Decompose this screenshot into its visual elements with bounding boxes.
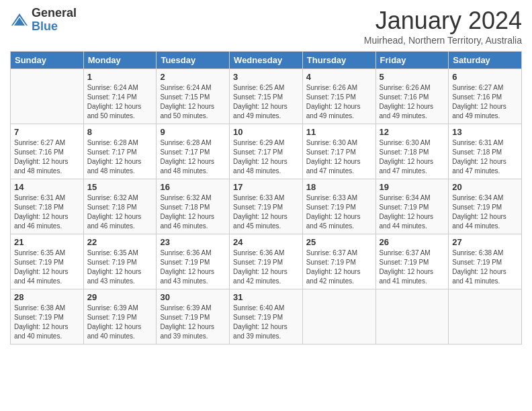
sunset-line: Sunset: 7:17 PM [160,148,226,157]
day-info: Sunrise: 6:27 AMSunset: 7:16 PMDaylight:… [452,83,518,121]
sunrise-line: Sunrise: 6:24 AM [160,83,226,93]
day-number: 7 [14,127,80,137]
calendar-cell: 13Sunrise: 6:31 AMSunset: 7:18 PMDayligh… [449,124,522,179]
day-number: 17 [233,182,299,192]
header-tuesday: Tuesday [157,52,230,69]
sunset-line: Sunset: 7:19 PM [306,203,372,212]
sunrise-line: Sunrise: 6:26 AM [306,83,372,93]
calendar-cell: 1Sunrise: 6:24 AMSunset: 7:14 PMDaylight… [83,69,157,124]
calendar-cell: 8Sunrise: 6:28 AMSunset: 7:17 PMDaylight… [83,124,157,179]
header-monday: Monday [83,52,157,69]
sunset-line: Sunset: 7:18 PM [452,148,518,157]
sunrise-line: Sunrise: 6:33 AM [306,193,372,203]
day-number: 2 [160,72,226,82]
sunset-line: Sunset: 7:15 PM [233,93,299,102]
week-row-4: 21Sunrise: 6:35 AMSunset: 7:19 PMDayligh… [11,234,522,289]
header-sunday: Sunday [11,52,84,69]
sunset-line: Sunset: 7:18 PM [87,203,153,212]
week-row-3: 14Sunrise: 6:31 AMSunset: 7:18 PMDayligh… [11,179,522,234]
sunset-line: Sunset: 7:17 PM [87,148,153,157]
daylight-line: Daylight: 12 hours and 39 minutes. [233,322,299,341]
sunrise-line: Sunrise: 6:35 AM [87,248,153,258]
day-info: Sunrise: 6:33 AMSunset: 7:19 PMDaylight:… [233,193,299,231]
calendar-cell: 6Sunrise: 6:27 AMSunset: 7:16 PMDaylight… [449,69,522,124]
sunrise-line: Sunrise: 6:34 AM [380,193,445,203]
sunset-line: Sunset: 7:19 PM [233,258,299,267]
daylight-line: Daylight: 12 hours and 47 minutes. [380,157,445,176]
daylight-line: Daylight: 12 hours and 43 minutes. [87,267,153,286]
logo-icon [10,11,29,30]
day-number: 21 [14,237,80,247]
daylight-line: Daylight: 12 hours and 41 minutes. [380,267,445,286]
header-friday: Friday [375,52,449,69]
day-number: 26 [380,237,445,247]
day-info: Sunrise: 6:39 AMSunset: 7:19 PMDaylight:… [160,304,226,341]
daylight-line: Daylight: 12 hours and 49 minutes. [380,102,445,121]
daylight-line: Daylight: 12 hours and 44 minutes. [380,212,445,231]
calendar-cell: 28Sunrise: 6:38 AMSunset: 7:19 PMDayligh… [11,289,84,345]
sunset-line: Sunset: 7:19 PM [87,258,153,267]
day-info: Sunrise: 6:34 AMSunset: 7:19 PMDaylight:… [380,193,445,231]
sunset-line: Sunset: 7:19 PM [233,203,299,212]
sunrise-line: Sunrise: 6:24 AM [87,83,153,93]
daylight-line: Daylight: 12 hours and 49 minutes. [452,102,518,121]
sunset-line: Sunset: 7:19 PM [160,313,226,322]
sunrise-line: Sunrise: 6:26 AM [380,83,445,93]
month-title: January 2024 [364,7,522,35]
day-info: Sunrise: 6:35 AMSunset: 7:19 PMDaylight:… [14,248,80,286]
sunrise-line: Sunrise: 6:39 AM [160,304,226,313]
calendar-cell: 4Sunrise: 6:26 AMSunset: 7:15 PMDaylight… [302,69,375,124]
sunset-line: Sunset: 7:16 PM [452,93,518,102]
day-number: 25 [306,237,372,247]
calendar-cell: 19Sunrise: 6:34 AMSunset: 7:19 PMDayligh… [375,179,449,234]
daylight-line: Daylight: 12 hours and 43 minutes. [160,267,226,286]
calendar-cell: 14Sunrise: 6:31 AMSunset: 7:18 PMDayligh… [11,179,84,234]
daylight-line: Daylight: 12 hours and 48 minutes. [233,157,299,176]
sunrise-line: Sunrise: 6:34 AM [452,193,518,203]
daylight-line: Daylight: 12 hours and 40 minutes. [14,322,80,341]
day-info: Sunrise: 6:25 AMSunset: 7:15 PMDaylight:… [233,83,299,121]
sunrise-line: Sunrise: 6:39 AM [87,304,153,313]
sunrise-line: Sunrise: 6:38 AM [452,248,518,258]
day-number: 9 [160,127,226,137]
calendar-cell: 10Sunrise: 6:29 AMSunset: 7:17 PMDayligh… [230,124,303,179]
calendar-cell: 21Sunrise: 6:35 AMSunset: 7:19 PMDayligh… [11,234,84,289]
calendar-cell: 20Sunrise: 6:34 AMSunset: 7:19 PMDayligh… [449,179,522,234]
day-info: Sunrise: 6:31 AMSunset: 7:18 PMDaylight:… [452,138,518,176]
day-info: Sunrise: 6:28 AMSunset: 7:17 PMDaylight:… [87,138,153,176]
sunset-line: Sunset: 7:19 PM [14,258,80,267]
calendar-cell: 16Sunrise: 6:32 AMSunset: 7:18 PMDayligh… [157,179,230,234]
sunrise-line: Sunrise: 6:30 AM [380,138,445,148]
week-row-2: 7Sunrise: 6:27 AMSunset: 7:16 PMDaylight… [11,124,522,179]
day-info: Sunrise: 6:38 AMSunset: 7:19 PMDaylight:… [14,304,80,341]
day-number: 24 [233,237,299,247]
day-number: 23 [160,237,226,247]
sunset-line: Sunset: 7:19 PM [452,258,518,267]
daylight-line: Daylight: 12 hours and 44 minutes. [14,267,80,286]
header-thursday: Thursday [302,52,375,69]
calendar-cell: 9Sunrise: 6:28 AMSunset: 7:17 PMDaylight… [157,124,230,179]
daylight-line: Daylight: 12 hours and 42 minutes. [233,267,299,286]
sunset-line: Sunset: 7:17 PM [306,148,372,157]
day-number: 31 [233,292,299,302]
calendar-cell: 17Sunrise: 6:33 AMSunset: 7:19 PMDayligh… [230,179,303,234]
day-info: Sunrise: 6:38 AMSunset: 7:19 PMDaylight:… [452,248,518,286]
sunrise-line: Sunrise: 6:37 AM [380,248,445,258]
day-info: Sunrise: 6:37 AMSunset: 7:19 PMDaylight:… [306,248,372,286]
day-info: Sunrise: 6:31 AMSunset: 7:18 PMDaylight:… [14,193,80,231]
sunset-line: Sunset: 7:19 PM [380,258,445,267]
sunrise-line: Sunrise: 6:40 AM [233,304,299,313]
calendar-cell: 25Sunrise: 6:37 AMSunset: 7:19 PMDayligh… [302,234,375,289]
calendar-cell: 30Sunrise: 6:39 AMSunset: 7:19 PMDayligh… [157,289,230,345]
day-number: 15 [87,182,153,192]
day-info: Sunrise: 6:37 AMSunset: 7:19 PMDaylight:… [380,248,445,286]
sunset-line: Sunset: 7:15 PM [306,93,372,102]
sunrise-line: Sunrise: 6:35 AM [14,248,80,258]
day-info: Sunrise: 6:34 AMSunset: 7:19 PMDaylight:… [452,193,518,231]
day-number: 5 [380,72,445,82]
day-number: 14 [14,182,80,192]
sunrise-line: Sunrise: 6:29 AM [233,138,299,148]
day-info: Sunrise: 6:30 AMSunset: 7:18 PMDaylight:… [380,138,445,176]
sunrise-line: Sunrise: 6:27 AM [452,83,518,93]
calendar-cell: 26Sunrise: 6:37 AMSunset: 7:19 PMDayligh… [375,234,449,289]
